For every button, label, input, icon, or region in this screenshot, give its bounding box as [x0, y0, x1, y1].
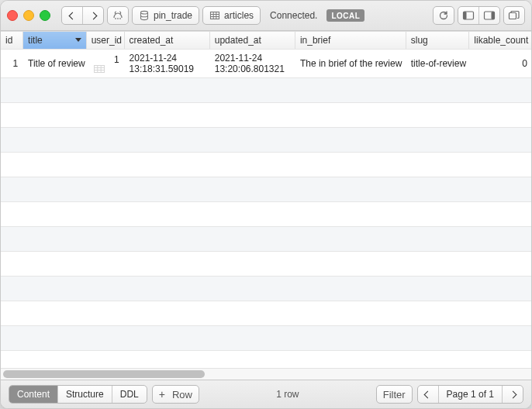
empty-cell: [209, 202, 295, 227]
cell-id[interactable]: 1: [1, 50, 23, 78]
empty-cell: [86, 78, 124, 103]
new-window-button[interactable]: [503, 6, 525, 25]
empty-cell: [469, 78, 531, 103]
page-next-button[interactable]: [502, 386, 523, 403]
empty-cell: [469, 252, 531, 277]
column-header-slug[interactable]: slug: [406, 32, 469, 50]
empty-cell: [209, 351, 295, 369]
zoom-window[interactable]: [40, 10, 50, 21]
cell-likable_count[interactable]: 0: [469, 50, 531, 78]
panel-right-icon: [483, 10, 496, 21]
empty-cell: [209, 153, 295, 177]
tab-structure[interactable]: Structure: [57, 386, 112, 403]
close-window[interactable]: [7, 10, 18, 21]
column-header-id[interactable]: id: [1, 32, 23, 50]
table-row: [1, 252, 531, 277]
empty-cell: [23, 202, 87, 227]
empty-cell: [406, 227, 469, 252]
empty-cell: [406, 202, 469, 227]
grid-scroll[interactable]: idtitleuser_idcreated_atupdated_atin_bri…: [1, 32, 531, 368]
chevron-left-icon: [424, 390, 432, 398]
empty-cell: [86, 177, 124, 202]
empty-cell: [406, 128, 469, 153]
empty-cell: [209, 252, 295, 277]
view-tabs: Content Structure DDL: [9, 385, 147, 404]
panel-left-button[interactable]: [458, 7, 478, 24]
empty-cell: [86, 351, 124, 369]
empty-cell: [124, 128, 209, 153]
empty-cell: [406, 78, 469, 103]
empty-cell: [86, 227, 124, 252]
chevron-right-icon: [89, 12, 97, 19]
empty-cell: [406, 103, 469, 128]
connection-button[interactable]: [107, 6, 129, 25]
empty-cell: [209, 326, 295, 351]
empty-cell: [295, 301, 406, 326]
panel-right-button[interactable]: [478, 7, 499, 24]
column-header-in_brief[interactable]: in_brief: [295, 32, 406, 50]
panel-layout-controls: [458, 6, 500, 25]
column-header-updated_at[interactable]: updated_at: [209, 32, 295, 50]
tab-ddl[interactable]: DDL: [112, 386, 147, 403]
cell-user_id[interactable]: 1: [86, 50, 124, 78]
cell-title[interactable]: Title of review: [23, 50, 87, 78]
breadcrumb-table[interactable]: articles: [202, 6, 261, 25]
empty-cell: [124, 78, 209, 103]
nav-back-button[interactable]: [62, 7, 82, 24]
toolbar: pin_trade articles Connected. LOCAL: [1, 1, 531, 31]
empty-cell: [23, 177, 87, 202]
empty-cell: [23, 153, 87, 177]
column-header-title[interactable]: title: [23, 32, 87, 50]
cell-in_brief[interactable]: The in brief of the review: [295, 50, 406, 78]
empty-cell: [1, 177, 23, 202]
column-header-likable_count[interactable]: likable_count: [469, 32, 531, 50]
table-row[interactable]: 1Title of review12021-11-2413:18:31.5901…: [1, 50, 531, 78]
empty-cell: [406, 351, 469, 369]
column-header-user_id[interactable]: user_id: [86, 32, 124, 50]
empty-cell: [124, 252, 209, 277]
page-prev-button[interactable]: [418, 386, 438, 403]
svg-rect-1: [211, 12, 219, 19]
empty-cell: [23, 301, 87, 326]
breadcrumb-database-label: pin_trade: [154, 10, 192, 21]
empty-cell: [406, 277, 469, 301]
table-row: [1, 227, 531, 252]
empty-cell: [469, 277, 531, 301]
app-window: pin_trade articles Connected. LOCAL idti…: [0, 0, 532, 409]
elephant-icon: [112, 9, 124, 22]
empty-cell: [124, 351, 209, 369]
empty-cell: [469, 202, 531, 227]
minimize-window[interactable]: [23, 10, 34, 21]
cell-created_at[interactable]: 2021-11-2413:18:31.59019: [124, 50, 209, 78]
table-row: [1, 277, 531, 301]
empty-cell: [1, 202, 23, 227]
empty-cell: [295, 202, 406, 227]
refresh-button[interactable]: [433, 6, 454, 25]
filter-button[interactable]: Filter: [376, 385, 413, 404]
breadcrumb-database[interactable]: pin_trade: [132, 6, 199, 25]
svg-rect-6: [510, 13, 516, 19]
empty-cell: [1, 326, 23, 351]
empty-cell: [1, 227, 23, 252]
database-icon: [139, 10, 150, 21]
cell-slug[interactable]: title-of-review: [406, 50, 469, 78]
empty-cell: [1, 153, 23, 177]
page-indicator[interactable]: Page 1 of 1: [438, 386, 502, 403]
add-row-button[interactable]: + Row: [152, 385, 199, 404]
empty-cell: [406, 326, 469, 351]
scrollbar-thumb[interactable]: [3, 370, 205, 378]
column-header-created_at[interactable]: created_at: [124, 32, 209, 50]
svg-rect-5: [492, 12, 495, 19]
empty-cell: [86, 128, 124, 153]
empty-cell: [209, 103, 295, 128]
empty-cell: [406, 252, 469, 277]
table-row: [1, 202, 531, 227]
empty-cell: [1, 103, 23, 128]
nav-forward-button[interactable]: [82, 7, 103, 24]
cell-updated_at[interactable]: 2021-11-2413:20:06.801321: [209, 50, 295, 78]
tab-content[interactable]: Content: [9, 386, 57, 403]
horizontal-scrollbar[interactable]: [1, 368, 531, 380]
empty-cell: [406, 153, 469, 177]
windows-icon: [508, 10, 520, 21]
table-row: [1, 128, 531, 153]
